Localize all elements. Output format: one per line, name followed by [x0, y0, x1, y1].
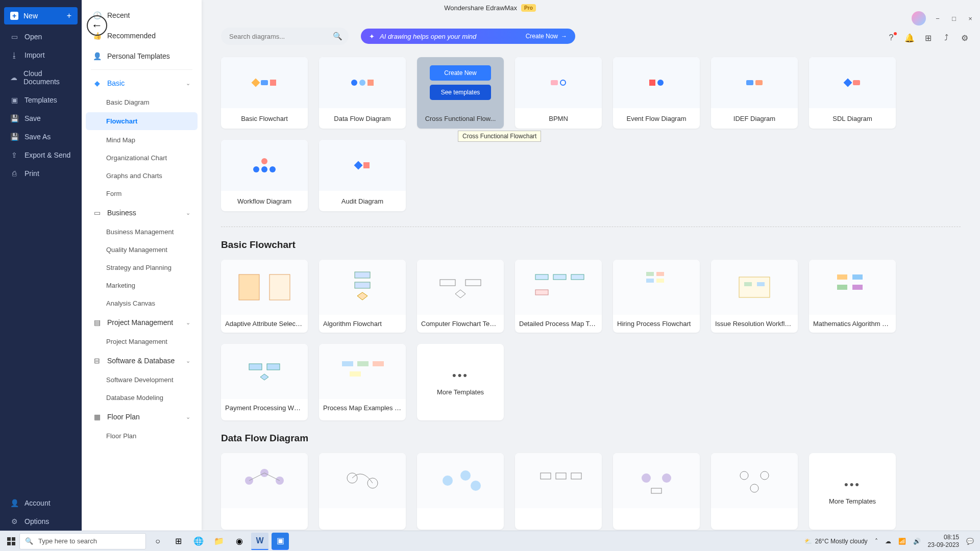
create-now-link[interactable]: Create Now → — [526, 33, 567, 40]
personal-templates-item[interactable]: 👤Personal Templates — [82, 46, 202, 66]
bpmn-card[interactable]: BPMN — [515, 57, 602, 129]
maximize-button[interactable]: □ — [949, 14, 959, 23]
save-button[interactable]: 💾Save — [0, 109, 82, 128]
sw-dev-item[interactable]: Software Development — [82, 371, 202, 389]
minimize-button[interactable]: − — [933, 14, 942, 23]
ai-banner[interactable]: ✦ AI drawing helps open your mind Create… — [361, 29, 575, 44]
data-flow-card[interactable]: Data Flow Diagram — [319, 57, 406, 129]
chrome-icon[interactable]: ◉ — [231, 533, 248, 550]
export-button[interactable]: ⇪Export & Send — [0, 146, 82, 164]
basic-diagram-item[interactable]: Basic Diagram — [82, 93, 202, 111]
mindmap-item[interactable]: Mind Map — [82, 131, 202, 149]
graphs-item[interactable]: Graphs and Charts — [82, 167, 202, 185]
cloud-button[interactable]: ☁Cloud Documents — [0, 64, 82, 91]
template-card[interactable]: Process Map Examples Te... — [319, 344, 406, 420]
template-card[interactable]: Computer Flowchart Temp... — [417, 260, 504, 333]
pm-section-head[interactable]: ▤Project Management ⌄ — [82, 312, 202, 333]
business-mgmt-item[interactable]: Business Management — [82, 223, 202, 241]
svg-point-39 — [471, 481, 481, 491]
help-icon[interactable]: ? — [886, 33, 896, 43]
business-section-head[interactable]: ▭Business ⌄ — [82, 203, 202, 223]
workflow-card[interactable]: Workflow Diagram — [221, 140, 308, 211]
avatar[interactable] — [912, 11, 926, 26]
card-label: IDEF Diagram — [730, 108, 778, 129]
template-card[interactable]: Algorithm Flowchart — [319, 260, 406, 333]
cross-functional-card[interactable]: Create New See templates Cross Functiona… — [417, 57, 504, 129]
taskbar-search[interactable]: 🔍 Type here to search — [19, 533, 146, 549]
taskview-icon[interactable]: ⊞ — [169, 533, 187, 550]
tray-chevron-icon[interactable]: ˄ — [875, 538, 878, 545]
settings-icon[interactable]: ⚙ — [960, 33, 970, 43]
explorer-icon[interactable]: 📁 — [210, 533, 228, 550]
account-button[interactable]: 👤Account — [0, 494, 82, 512]
more-templates-card[interactable]: ••• More Templates — [417, 344, 504, 420]
pm-item[interactable]: Project Management — [82, 333, 202, 350]
bell-icon[interactable]: 🔔 — [904, 33, 915, 43]
template-card[interactable]: Mathematics Algorithm Fl... — [809, 260, 896, 333]
svg-rect-23 — [249, 364, 262, 370]
new-button[interactable]: + New + — [4, 7, 78, 24]
svg-rect-29 — [350, 371, 361, 377]
cortana-icon[interactable]: ○ — [149, 533, 166, 550]
fp-section-head[interactable]: ▦Floor Plan ⌄ — [82, 407, 202, 427]
open-button[interactable]: ▭Open — [0, 28, 82, 46]
basic-flowchart-card[interactable]: Basic Flowchart — [221, 57, 308, 129]
weather-widget[interactable]: ⛅ 26°C Mostly cloudy — [804, 538, 868, 545]
search-icon[interactable]: 🔍 — [333, 32, 342, 41]
print-icon: ⎙ — [10, 169, 18, 178]
back-button[interactable]: ← — [87, 15, 107, 36]
template-card[interactable]: Adaptive Attribute Selectio... — [221, 260, 308, 333]
idef-card[interactable]: IDEF Diagram — [711, 57, 798, 129]
saveas-button[interactable]: 💾Save As — [0, 128, 82, 146]
template-card[interactable] — [515, 453, 602, 530]
see-templates-button[interactable]: See templates — [430, 85, 491, 100]
notifications-icon[interactable]: 💬 — [966, 538, 974, 545]
sd-section-head[interactable]: ⊟Software & Database ⌄ — [82, 350, 202, 371]
event-flow-card[interactable]: Event Flow Diagram — [613, 57, 700, 129]
flowchart-item[interactable]: Flowchart — [86, 112, 198, 130]
edrawmax-icon[interactable]: ▣ — [272, 533, 289, 550]
orgchart-item[interactable]: Organizational Chart — [82, 149, 202, 167]
form-item[interactable]: Form — [82, 185, 202, 203]
svg-point-47 — [761, 471, 769, 480]
template-card[interactable]: Hiring Process Flowchart — [613, 260, 700, 333]
create-new-button[interactable]: Create New — [430, 65, 491, 81]
audit-card[interactable]: Audit Diagram — [319, 140, 406, 211]
strategy-item[interactable]: Strategy and Planning — [82, 259, 202, 277]
svg-point-37 — [443, 475, 453, 486]
tray-volume-icon[interactable]: 🔊 — [913, 538, 921, 545]
template-card[interactable]: Payment Processing Workf... — [221, 344, 308, 420]
tray-onedrive-icon[interactable]: ☁ — [885, 538, 891, 545]
template-card[interactable] — [613, 453, 700, 530]
clock[interactable]: 08:15 23-09-2023 — [928, 534, 959, 548]
import-button[interactable]: ⭳Import — [0, 46, 82, 64]
content-area: Wondershare EdrawMax Pro − □ × 🔍 ✦ AI dr… — [202, 0, 980, 531]
marketing-item[interactable]: Marketing — [82, 277, 202, 294]
tray-wifi-icon[interactable]: 📶 — [898, 538, 906, 545]
svg-rect-2 — [355, 272, 370, 278]
share-icon[interactable]: ⤴ — [941, 33, 951, 43]
template-card[interactable] — [221, 453, 308, 530]
search-input[interactable] — [221, 28, 349, 45]
more-templates-card[interactable]: ••• More Templates — [809, 453, 896, 530]
template-card[interactable]: Issue Resolution Workflow ... — [711, 260, 798, 333]
template-card[interactable] — [319, 453, 406, 530]
start-button[interactable] — [6, 536, 16, 546]
template-card[interactable] — [711, 453, 798, 530]
template-card[interactable] — [417, 453, 504, 530]
word-icon[interactable]: W — [251, 533, 268, 550]
options-button[interactable]: ⚙Options — [0, 512, 82, 531]
template-card[interactable]: Detailed Process Map Tem... — [515, 260, 602, 333]
floor-plan-item[interactable]: Floor Plan — [82, 427, 202, 445]
apps-icon[interactable]: ⊞ — [923, 33, 933, 43]
quality-mgmt-item[interactable]: Quality Management — [82, 241, 202, 259]
sdl-card[interactable]: SDL Diagram — [809, 57, 896, 129]
basic-section-head[interactable]: ◆Basic ⌄ — [82, 73, 202, 93]
templates-button[interactable]: ▣Templates — [0, 91, 82, 109]
edge-icon[interactable]: 🌐 — [190, 533, 207, 550]
ai-text: AI drawing helps open your mind — [380, 33, 476, 40]
close-button[interactable]: × — [966, 14, 975, 23]
db-model-item[interactable]: Database Modeling — [82, 389, 202, 407]
analysis-item[interactable]: Analysis Canvas — [82, 294, 202, 312]
print-button[interactable]: ⎙Print — [0, 164, 82, 183]
